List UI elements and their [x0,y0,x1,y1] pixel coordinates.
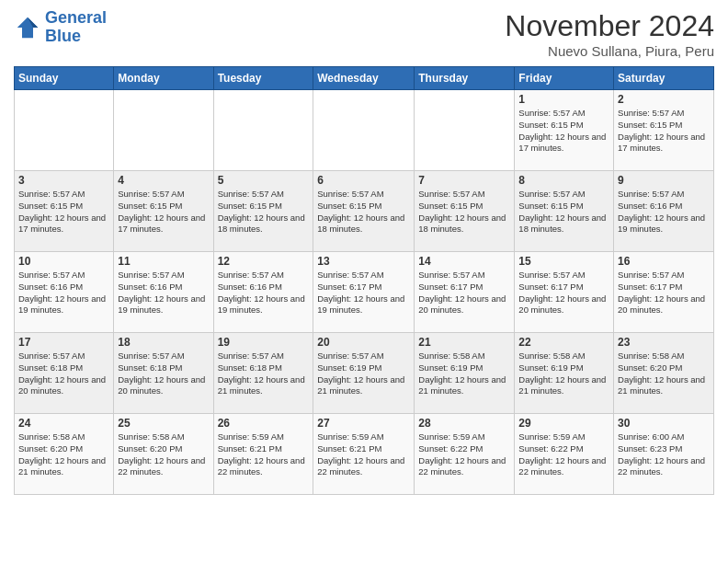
day-info: Sunrise: 5:57 AM Sunset: 6:16 PM Dayligh… [18,270,109,316]
calendar-cell: 27Sunrise: 5:59 AM Sunset: 6:21 PM Dayli… [313,414,415,495]
calendar-cell: 1Sunrise: 5:57 AM Sunset: 6:15 PM Daylig… [515,90,614,171]
calendar-cell: 19Sunrise: 5:57 AM Sunset: 6:18 PM Dayli… [213,333,313,414]
day-number: 21 [418,336,510,349]
calendar-cell: 25Sunrise: 5:58 AM Sunset: 6:20 PM Dayli… [114,414,213,495]
day-info: Sunrise: 5:57 AM Sunset: 6:15 PM Dayligh… [518,189,609,236]
header-section: General Blue November 2024 Nuevo Sullana… [14,9,714,59]
logo: General Blue [14,9,107,46]
calendar-table: Sunday Monday Tuesday Wednesday Thursday… [14,66,714,495]
calendar-cell: 30Sunrise: 6:00 AM Sunset: 6:23 PM Dayli… [614,414,714,495]
day-info: Sunrise: 5:57 AM Sunset: 6:16 PM Dayligh… [118,270,209,316]
day-number: 30 [618,417,710,430]
day-info: Sunrise: 5:57 AM Sunset: 6:15 PM Dayligh… [218,189,310,236]
day-info: Sunrise: 5:58 AM Sunset: 6:19 PM Dayligh… [418,350,510,397]
day-number: 5 [218,174,310,187]
calendar-cell: 2Sunrise: 5:57 AM Sunset: 6:15 PM Daylig… [614,90,714,171]
day-number: 16 [618,255,710,268]
day-number: 23 [618,336,710,349]
day-info: Sunrise: 5:59 AM Sunset: 6:22 PM Dayligh… [418,431,510,478]
calendar-cell [15,90,114,171]
day-info: Sunrise: 5:57 AM Sunset: 6:15 PM Dayligh… [118,189,209,236]
week-row-1: 1Sunrise: 5:57 AM Sunset: 6:15 PM Daylig… [15,90,714,171]
day-number: 11 [118,255,209,268]
calendar-container: General Blue November 2024 Nuevo Sullana… [0,0,728,563]
day-info: Sunrise: 5:57 AM Sunset: 6:15 PM Dayligh… [618,108,710,155]
day-number: 28 [418,417,510,430]
calendar-cell: 13Sunrise: 5:57 AM Sunset: 6:17 PM Dayli… [313,252,415,333]
day-number: 27 [317,417,410,430]
calendar-cell: 11Sunrise: 5:57 AM Sunset: 6:16 PM Dayli… [114,252,213,333]
calendar-cell: 21Sunrise: 5:58 AM Sunset: 6:19 PM Dayli… [415,333,515,414]
day-number: 19 [218,336,310,349]
calendar-cell: 12Sunrise: 5:57 AM Sunset: 6:16 PM Dayli… [213,252,313,333]
calendar-cell: 14Sunrise: 5:57 AM Sunset: 6:17 PM Dayli… [415,252,515,333]
calendar-cell: 23Sunrise: 5:58 AM Sunset: 6:20 PM Dayli… [614,333,714,414]
calendar-body: 1Sunrise: 5:57 AM Sunset: 6:15 PM Daylig… [15,90,714,495]
calendar-cell: 16Sunrise: 5:57 AM Sunset: 6:17 PM Dayli… [614,252,714,333]
day-number: 13 [317,255,410,268]
day-number: 17 [18,336,109,349]
day-number: 10 [18,255,109,268]
day-number: 22 [518,336,609,349]
calendar-cell: 24Sunrise: 5:58 AM Sunset: 6:20 PM Dayli… [15,414,114,495]
week-row-5: 24Sunrise: 5:58 AM Sunset: 6:20 PM Dayli… [15,414,714,495]
calendar-cell: 5Sunrise: 5:57 AM Sunset: 6:15 PM Daylig… [213,171,313,252]
logo-icon [14,14,41,41]
day-info: Sunrise: 5:57 AM Sunset: 6:17 PM Dayligh… [518,270,609,316]
calendar-cell: 4Sunrise: 5:57 AM Sunset: 6:15 PM Daylig… [114,171,213,252]
day-info: Sunrise: 5:57 AM Sunset: 6:17 PM Dayligh… [317,270,410,316]
day-info: Sunrise: 5:57 AM Sunset: 6:15 PM Dayligh… [317,189,410,236]
day-number: 3 [18,174,109,187]
day-number: 24 [18,417,109,430]
day-number: 1 [518,93,609,106]
day-number: 20 [317,336,410,349]
header-row: Sunday Monday Tuesday Wednesday Thursday… [15,67,714,90]
day-number: 18 [118,336,209,349]
day-number: 14 [418,255,510,268]
day-info: Sunrise: 5:57 AM Sunset: 6:16 PM Dayligh… [618,189,710,236]
day-number: 29 [518,417,609,430]
col-thursday: Thursday [415,67,515,90]
calendar-cell: 3Sunrise: 5:57 AM Sunset: 6:15 PM Daylig… [15,171,114,252]
calendar-header: Sunday Monday Tuesday Wednesday Thursday… [15,67,714,90]
day-number: 6 [317,174,410,187]
day-info: Sunrise: 5:58 AM Sunset: 6:19 PM Dayligh… [518,350,609,397]
logo-text: General Blue [45,9,107,46]
day-info: Sunrise: 5:59 AM Sunset: 6:22 PM Dayligh… [518,431,609,478]
day-number: 8 [518,174,609,187]
day-info: Sunrise: 5:57 AM Sunset: 6:19 PM Dayligh… [317,350,410,397]
day-info: Sunrise: 6:00 AM Sunset: 6:23 PM Dayligh… [618,431,710,478]
day-number: 7 [418,174,510,187]
day-number: 2 [618,93,710,106]
day-info: Sunrise: 5:58 AM Sunset: 6:20 PM Dayligh… [18,431,109,478]
calendar-cell: 18Sunrise: 5:57 AM Sunset: 6:18 PM Dayli… [114,333,213,414]
day-info: Sunrise: 5:57 AM Sunset: 6:15 PM Dayligh… [418,189,510,236]
day-info: Sunrise: 5:58 AM Sunset: 6:20 PM Dayligh… [618,350,710,397]
col-wednesday: Wednesday [313,67,415,90]
day-info: Sunrise: 5:57 AM Sunset: 6:18 PM Dayligh… [218,350,310,397]
calendar-cell [313,90,415,171]
calendar-cell: 28Sunrise: 5:59 AM Sunset: 6:22 PM Dayli… [415,414,515,495]
calendar-cell: 22Sunrise: 5:58 AM Sunset: 6:19 PM Dayli… [515,333,614,414]
day-info: Sunrise: 5:57 AM Sunset: 6:16 PM Dayligh… [218,270,310,316]
calendar-cell: 17Sunrise: 5:57 AM Sunset: 6:18 PM Dayli… [15,333,114,414]
calendar-cell [213,90,313,171]
day-info: Sunrise: 5:57 AM Sunset: 6:17 PM Dayligh… [418,270,510,316]
day-info: Sunrise: 5:57 AM Sunset: 6:15 PM Dayligh… [18,189,109,236]
col-tuesday: Tuesday [213,67,313,90]
day-info: Sunrise: 5:58 AM Sunset: 6:20 PM Dayligh… [118,431,209,478]
day-number: 12 [218,255,310,268]
calendar-cell: 10Sunrise: 5:57 AM Sunset: 6:16 PM Dayli… [15,252,114,333]
week-row-3: 10Sunrise: 5:57 AM Sunset: 6:16 PM Dayli… [15,252,714,333]
day-info: Sunrise: 5:59 AM Sunset: 6:21 PM Dayligh… [317,431,410,478]
day-info: Sunrise: 5:57 AM Sunset: 6:18 PM Dayligh… [18,350,109,397]
calendar-cell: 26Sunrise: 5:59 AM Sunset: 6:21 PM Dayli… [213,414,313,495]
day-info: Sunrise: 5:57 AM Sunset: 6:17 PM Dayligh… [618,270,710,316]
title-section: November 2024 Nuevo Sullana, Piura, Peru [505,9,714,59]
col-sunday: Sunday [15,67,114,90]
col-friday: Friday [515,67,614,90]
day-number: 9 [618,174,710,187]
day-number: 26 [218,417,310,430]
calendar-cell: 29Sunrise: 5:59 AM Sunset: 6:22 PM Dayli… [515,414,614,495]
calendar-cell: 7Sunrise: 5:57 AM Sunset: 6:15 PM Daylig… [415,171,515,252]
